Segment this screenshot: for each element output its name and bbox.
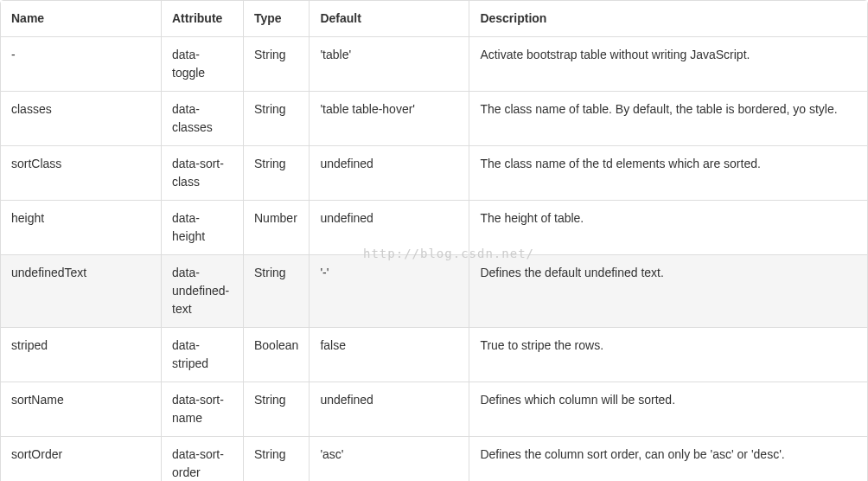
- cell-type: String: [243, 36, 309, 91]
- cell-type: Number: [243, 200, 309, 254]
- cell-attribute: data-striped: [161, 327, 243, 382]
- table-row: -data-toggleString'table'Activate bootst…: [1, 36, 867, 91]
- table-row: undefinedTextdata-undefined-textString'-…: [1, 254, 867, 327]
- table-row: sortNamedata-sort-nameStringundefinedDef…: [1, 382, 867, 436]
- cell-default: undefined: [309, 382, 469, 436]
- cell-description: Defines the column sort order, can only …: [469, 436, 867, 481]
- cell-attribute: data-sort-class: [161, 145, 243, 200]
- table-row: sortOrderdata-sort-orderString'asc'Defin…: [1, 436, 867, 481]
- cell-attribute: data-sort-name: [161, 382, 243, 436]
- cell-name: height: [1, 200, 161, 254]
- cell-description: The height of table.: [469, 200, 867, 254]
- cell-attribute: data-classes: [161, 91, 243, 145]
- cell-name: sortClass: [1, 145, 161, 200]
- header-description: Description: [469, 1, 867, 36]
- cell-default: false: [309, 327, 469, 382]
- table-header-row: Name Attribute Type Default Description: [1, 1, 867, 36]
- cell-type: String: [243, 436, 309, 481]
- cell-attribute: data-toggle: [161, 36, 243, 91]
- table-row: sortClassdata-sort-classStringundefinedT…: [1, 145, 867, 200]
- cell-name: striped: [1, 327, 161, 382]
- cell-default: 'asc': [309, 436, 469, 481]
- cell-type: String: [243, 254, 309, 327]
- cell-default: undefined: [309, 145, 469, 200]
- cell-description: True to stripe the rows.: [469, 327, 867, 382]
- cell-name: sortOrder: [1, 436, 161, 481]
- header-name: Name: [1, 1, 161, 36]
- cell-description: The class name of the td elements which …: [469, 145, 867, 200]
- cell-description: Defines the default undefined text.: [469, 254, 867, 327]
- table-row: stripeddata-stripedBooleanfalseTrue to s…: [1, 327, 867, 382]
- cell-type: Boolean: [243, 327, 309, 382]
- cell-name: sortName: [1, 382, 161, 436]
- header-attribute: Attribute: [161, 1, 243, 36]
- options-table: Name Attribute Type Default Description …: [0, 0, 868, 481]
- cell-description: Activate bootstrap table without writing…: [469, 36, 867, 91]
- cell-attribute: data-height: [161, 200, 243, 254]
- cell-type: String: [243, 382, 309, 436]
- header-default: Default: [309, 1, 469, 36]
- cell-default: 'table': [309, 36, 469, 91]
- cell-description: Defines which column will be sorted.: [469, 382, 867, 436]
- cell-default: '-': [309, 254, 469, 327]
- cell-default: 'table table-hover': [309, 91, 469, 145]
- cell-attribute: data-undefined-text: [161, 254, 243, 327]
- header-type: Type: [243, 1, 309, 36]
- table-row: classesdata-classesString'table table-ho…: [1, 91, 867, 145]
- cell-attribute: data-sort-order: [161, 436, 243, 481]
- cell-default: undefined: [309, 200, 469, 254]
- cell-name: undefinedText: [1, 254, 161, 327]
- cell-name: classes: [1, 91, 161, 145]
- cell-name: -: [1, 36, 161, 91]
- cell-description: The class name of table. By default, the…: [469, 91, 867, 145]
- table-row: heightdata-heightNumberundefinedThe heig…: [1, 200, 867, 254]
- cell-type: String: [243, 91, 309, 145]
- cell-type: String: [243, 145, 309, 200]
